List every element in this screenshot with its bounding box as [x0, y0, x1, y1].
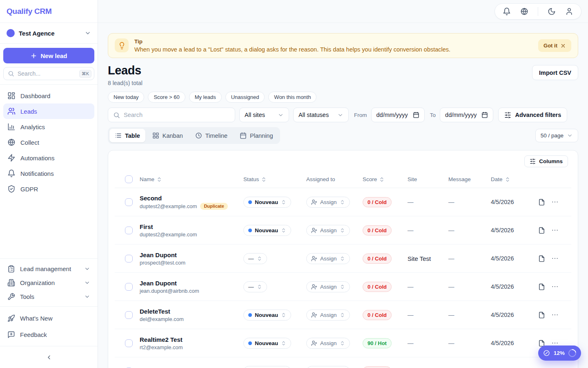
import-csv-button[interactable]: Import CSV	[532, 65, 578, 80]
sidebar-item-dashboard[interactable]: Dashboard	[3, 88, 94, 103]
row-checkbox[interactable]	[125, 227, 133, 234]
note-file-button[interactable]	[537, 197, 547, 207]
assign-button[interactable]: Assign	[306, 281, 350, 292]
column-header-score[interactable]: Score	[363, 176, 408, 182]
sidebar-collapse-button[interactable]	[43, 352, 55, 363]
date-to-input[interactable]: dd/mm/yyyy	[440, 108, 493, 122]
sort-icon	[379, 177, 385, 182]
column-header-name[interactable]: Name	[140, 176, 243, 182]
sidebar-item-automations[interactable]: Automations	[3, 150, 94, 166]
tip-dismiss-button[interactable]: Got it	[538, 39, 571, 52]
quick-filter-my-leads[interactable]: My leads	[189, 92, 222, 103]
status-select[interactable]: Nouveau	[243, 225, 291, 236]
workspace-switcher[interactable]: Test Agence	[0, 23, 98, 44]
status-select[interactable]: Nouveau	[243, 366, 291, 368]
row-menu-button[interactable]	[550, 197, 560, 207]
column-header-status[interactable]: Status	[243, 176, 306, 182]
assign-button[interactable]: Assign	[306, 253, 350, 264]
sidebar-search-input[interactable]	[18, 70, 76, 77]
advanced-filters-button[interactable]: Advanced filters	[498, 108, 567, 122]
sidebar-footer-what-s-new[interactable]: What's New	[3, 310, 94, 326]
status-select[interactable]: Nouveau	[243, 197, 291, 208]
date-cell: 4/5/2026	[491, 227, 537, 233]
sidebar-footer-feedback[interactable]: Feedback	[3, 326, 94, 343]
row-menu-button[interactable]	[550, 253, 560, 264]
assign-button[interactable]: Assign	[306, 366, 350, 368]
lead-cell[interactable]: Jean Dupontjean.dupont@airbnb.com	[140, 280, 243, 294]
tab-label: Planning	[250, 132, 273, 139]
sidebar-group-tools[interactable]: Tools	[3, 289, 94, 303]
date-from-input[interactable]: dd/mm/yyyy	[371, 108, 425, 122]
quick-filter-unassigned[interactable]: Unassigned	[225, 92, 265, 103]
notifications-bell-icon[interactable]	[503, 7, 511, 16]
page-size-select[interactable]: 50 / page	[535, 129, 578, 142]
lead-cell[interactable]: Firstduptest2@example.com	[140, 223, 243, 238]
select-all-checkbox[interactable]	[125, 175, 133, 183]
tab-timeline[interactable]: Timeline	[190, 129, 233, 142]
menu-cell	[550, 366, 571, 368]
status-label: Nouveau	[255, 340, 278, 346]
assign-label: Assign	[320, 284, 337, 290]
sidebar-item-leads[interactable]: Leads	[3, 103, 94, 119]
site-filter-select[interactable]: All sites	[239, 108, 289, 122]
lead-cell[interactable]: DeleteTestdel@example.com	[140, 308, 243, 322]
lead-cell[interactable]: Secondduptest2@example.comDuplicate	[140, 195, 243, 210]
status-select[interactable]: —	[243, 281, 267, 292]
row-menu-button[interactable]	[550, 310, 560, 320]
quick-filter-won-this-month[interactable]: Won this month	[268, 92, 316, 103]
sidebar-search[interactable]: ⌘K	[3, 67, 94, 80]
row-checkbox[interactable]	[125, 255, 133, 263]
assign-button[interactable]: Assign	[306, 225, 350, 236]
status-label: —	[248, 256, 254, 262]
row-checkbox[interactable]	[125, 311, 133, 319]
status-filter-select[interactable]: All statuses	[293, 108, 349, 122]
app-logo[interactable]: Qualify CRM	[7, 7, 52, 16]
completion-widget[interactable]: 12%	[538, 346, 581, 361]
sidebar-item-notifications[interactable]: Notifications	[3, 166, 94, 181]
row-checkbox[interactable]	[125, 339, 133, 347]
language-globe-icon[interactable]	[520, 7, 528, 16]
row-menu-button[interactable]	[550, 366, 560, 368]
status-select[interactable]: —	[243, 253, 267, 264]
assigned-cell: Assign	[306, 366, 363, 368]
tab-planning[interactable]: Planning	[234, 129, 278, 142]
tab-kanban[interactable]: Kanban	[147, 129, 188, 142]
assign-button[interactable]: Assign	[306, 338, 350, 349]
sidebar: Qualify CRM Test Agence New lead ⌘K Dash…	[0, 0, 98, 368]
sidebar-actions: New lead ⌘K	[0, 44, 98, 85]
note-file-button[interactable]	[537, 225, 547, 236]
sidebar-item-collect[interactable]: Collect	[3, 135, 94, 150]
sidebar-item-analytics[interactable]: Analytics	[3, 119, 94, 135]
note-file-button[interactable]	[537, 366, 547, 368]
row-checkbox[interactable]	[125, 198, 133, 206]
lead-cell[interactable]: Jean Dupontprospect@test.com	[140, 251, 243, 266]
theme-moon-icon[interactable]	[548, 7, 556, 16]
row-menu-button[interactable]	[550, 225, 560, 236]
sidebar-group-lead-management[interactable]: Lead management	[3, 262, 94, 276]
sidebar-item-label: Automations	[20, 155, 90, 162]
quick-filter-score-60[interactable]: Score > 60	[148, 92, 185, 103]
note-file-button[interactable]	[537, 282, 547, 292]
lead-cell[interactable]: Realtime2 Testrt2@example.com	[140, 336, 243, 350]
column-header-date[interactable]: Date	[491, 176, 537, 182]
row-checkbox[interactable]	[125, 283, 133, 291]
table-search-input[interactable]	[124, 112, 230, 118]
tab-table[interactable]: Table	[109, 129, 145, 142]
quick-filter-new-today[interactable]: New today	[108, 92, 144, 103]
new-lead-button[interactable]: New lead	[3, 48, 94, 63]
assign-button[interactable]: Assign	[306, 310, 350, 321]
note-file-button[interactable]	[537, 254, 547, 264]
status-select[interactable]: Nouveau	[243, 310, 291, 321]
note-file-button[interactable]	[537, 310, 547, 320]
row-menu-button[interactable]	[550, 281, 560, 292]
sidebar-item-gdpr[interactable]: GDPR	[3, 181, 94, 197]
sidebar-group-organization[interactable]: Organization	[3, 276, 94, 289]
assign-button[interactable]: Assign	[306, 197, 350, 208]
column-header-label: Message	[448, 176, 471, 182]
table-search[interactable]	[108, 108, 235, 122]
columns-button[interactable]: Columns	[524, 155, 568, 167]
assigned-cell: Assign	[306, 197, 363, 208]
account-user-icon[interactable]	[565, 7, 573, 16]
message-cell: —	[448, 227, 491, 233]
status-select[interactable]: Nouveau	[243, 338, 291, 349]
